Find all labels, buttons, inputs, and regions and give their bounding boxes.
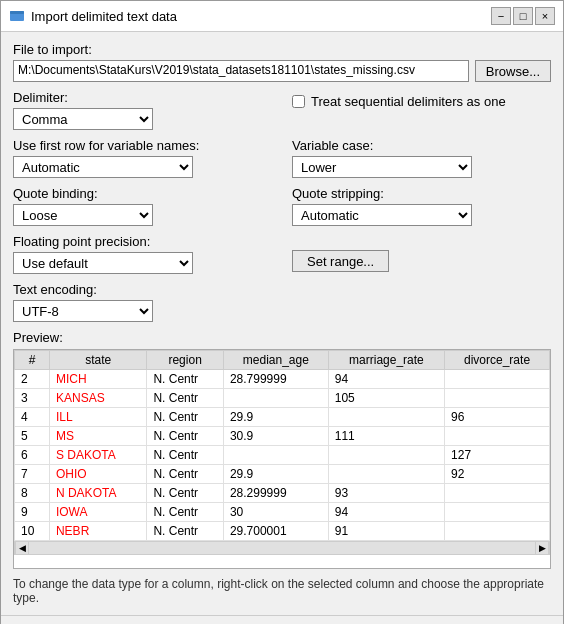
main-window: Import delimited text data − □ × File to…: [0, 0, 564, 624]
table-cell: 96: [445, 408, 550, 427]
table-header-row: # state region median_age marriage_rate …: [15, 351, 550, 370]
quote-stripping-select[interactable]: Automatic: [292, 204, 472, 226]
table-cell: N. Centr: [147, 522, 224, 541]
table-row[interactable]: 3KANSASN. Centr105: [15, 389, 550, 408]
quote-stripping-form: Quote stripping: Automatic: [292, 186, 551, 226]
table-cell: N. Centr: [147, 389, 224, 408]
table-cell: N. Centr: [147, 465, 224, 484]
var-case-select[interactable]: Lower: [292, 156, 472, 178]
table-cell: 3: [15, 389, 50, 408]
col-header-region: region: [147, 351, 224, 370]
first-row-form: Use first row for variable names: Automa…: [13, 138, 272, 178]
file-input-row: M:\Documents\StataKurs\V2019\stata_datas…: [13, 60, 551, 82]
table-cell: [328, 446, 444, 465]
preview-table: # state region median_age marriage_rate …: [14, 350, 550, 541]
table-cell: 94: [328, 503, 444, 522]
col-header-divorce-rate: divorce_rate: [445, 351, 550, 370]
table-cell: [445, 370, 550, 389]
file-label: File to import:: [13, 42, 551, 57]
encoding-select[interactable]: UTF-8: [13, 300, 153, 322]
file-path-display: M:\Documents\StataKurs\V2019\stata_datas…: [13, 60, 469, 82]
table-cell: 4: [15, 408, 50, 427]
encoding-label: Text encoding:: [13, 282, 551, 297]
table-cell: 94: [328, 370, 444, 389]
sequential-label: Treat sequential delimiters as one: [311, 94, 506, 109]
table-cell: [223, 389, 328, 408]
delimiter-select[interactable]: Comma: [13, 108, 153, 130]
table-cell: ILL: [49, 408, 146, 427]
browse-button[interactable]: Browse...: [475, 60, 551, 82]
close-button[interactable]: ×: [535, 7, 555, 25]
sequential-checkbox-row: Treat sequential delimiters as one: [292, 94, 551, 109]
preview-scroll-area[interactable]: # state region median_age marriage_rate …: [14, 350, 550, 541]
float-form: Floating point precision: Use default: [13, 234, 272, 274]
table-cell: [445, 503, 550, 522]
preview-label: Preview:: [13, 330, 551, 345]
table-row[interactable]: 8N DAKOTAN. Centr28.29999993: [15, 484, 550, 503]
table-cell: N. Centr: [147, 446, 224, 465]
table-cell: 93: [328, 484, 444, 503]
table-row[interactable]: 9IOWAN. Centr3094: [15, 503, 550, 522]
table-cell: 29.9: [223, 465, 328, 484]
table-cell: MS: [49, 427, 146, 446]
table-cell: [445, 484, 550, 503]
float-select[interactable]: Use default: [13, 252, 193, 274]
preview-table-container[interactable]: # state region median_age marriage_rate …: [13, 349, 551, 569]
firstrow-varcase-row: Use first row for variable names: Automa…: [13, 138, 551, 178]
table-cell: 127: [445, 446, 550, 465]
scroll-right-btn[interactable]: ▶: [535, 541, 549, 555]
maximize-button[interactable]: □: [513, 7, 533, 25]
scroll-track[interactable]: [29, 542, 535, 554]
table-cell: 2: [15, 370, 50, 389]
sequential-checkbox[interactable]: [292, 95, 305, 108]
float-col: Floating point precision: Use default: [13, 234, 272, 274]
table-row[interactable]: 4ILLN. Centr29.996: [15, 408, 550, 427]
var-case-form: Variable case: Lower: [292, 138, 551, 178]
set-range-button[interactable]: Set range...: [292, 250, 389, 272]
first-row-select[interactable]: Automatic: [13, 156, 193, 178]
table-cell: N DAKOTA: [49, 484, 146, 503]
quote-row: Quote binding: Loose Quote stripping: Au…: [13, 186, 551, 226]
table-row[interactable]: 10NEBRN. Centr29.70000191: [15, 522, 550, 541]
window-controls: − □ ×: [491, 7, 555, 25]
svg-rect-1: [10, 11, 24, 14]
quote-binding-label: Quote binding:: [13, 186, 272, 201]
table-row[interactable]: 7OHION. Centr29.992: [15, 465, 550, 484]
first-row-col: Use first row for variable names: Automa…: [13, 138, 272, 178]
table-cell: [445, 389, 550, 408]
table-row[interactable]: 6S DAKOTAN. Centr127: [15, 446, 550, 465]
table-cell: 28.799999: [223, 370, 328, 389]
set-range-col: Set range...: [292, 234, 551, 274]
float-range-row: Floating point precision: Use default Se…: [13, 234, 551, 274]
window-icon: [9, 8, 25, 24]
quote-stripping-col: Quote stripping: Automatic: [292, 186, 551, 226]
window-title: Import delimited text data: [31, 9, 485, 24]
table-cell: 29.9: [223, 408, 328, 427]
col-header-marriage-rate: marriage_rate: [328, 351, 444, 370]
quote-binding-select[interactable]: Loose: [13, 204, 153, 226]
col-header-num: #: [15, 351, 50, 370]
table-cell: [223, 446, 328, 465]
hint-text: To change the data type for a column, ri…: [13, 577, 551, 605]
minimize-button[interactable]: −: [491, 7, 511, 25]
delimiter-form: Delimiter: Comma: [13, 90, 272, 130]
scroll-left-btn[interactable]: ◀: [15, 541, 29, 555]
table-cell: 5: [15, 427, 50, 446]
table-cell: IOWA: [49, 503, 146, 522]
table-cell: [445, 427, 550, 446]
table-cell: [328, 465, 444, 484]
table-row[interactable]: 5MSN. Centr30.9111: [15, 427, 550, 446]
encoding-row: Text encoding: UTF-8: [13, 282, 551, 322]
table-cell: [445, 522, 550, 541]
table-cell: 105: [328, 389, 444, 408]
delimiter-row: Delimiter: Comma Treat sequential delimi…: [13, 90, 551, 130]
table-cell: 30: [223, 503, 328, 522]
col-header-median-age: median_age: [223, 351, 328, 370]
var-case-label: Variable case:: [292, 138, 551, 153]
table-row[interactable]: 2MICHN. Centr28.79999994: [15, 370, 550, 389]
table-cell: 29.700001: [223, 522, 328, 541]
horizontal-scrollbar[interactable]: ◀ ▶: [14, 541, 550, 555]
table-cell: 28.299999: [223, 484, 328, 503]
table-cell: N. Centr: [147, 484, 224, 503]
delimiter-col: Delimiter: Comma: [13, 90, 272, 130]
